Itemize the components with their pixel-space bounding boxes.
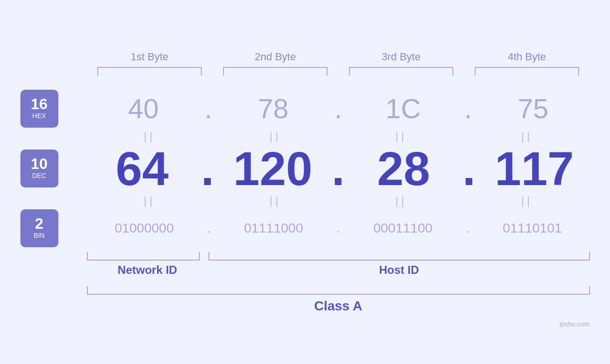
dec-dot-1: .	[201, 145, 214, 192]
hex-values: 40 . 78 . 1C . 75	[87, 93, 590, 124]
eq1-1: ||	[97, 130, 202, 143]
bin-badge: 2 BIN	[20, 209, 58, 247]
eq1-2: ||	[223, 130, 328, 143]
hex-dot-3: .	[464, 93, 472, 124]
eq1-4: ||	[475, 130, 579, 143]
equals-row-1: || || || ||	[87, 130, 590, 143]
dec-val-1: 64	[90, 145, 194, 192]
dec-val-2: 120	[221, 145, 325, 192]
bin-val-1: 01000000	[92, 221, 197, 236]
bracket-gap	[200, 252, 208, 261]
bin-dot-3: .	[466, 221, 469, 236]
bin-row: 2 BIN 01000000 . 01111000 . 00011100 . 0…	[20, 209, 590, 247]
dec-dot-3: .	[462, 145, 476, 192]
byte1-header: 1st Byte	[97, 51, 202, 63]
network-id-label: Network ID	[87, 263, 208, 277]
byte2-header: 2nd Byte	[223, 51, 328, 63]
bin-dot-1: .	[207, 221, 211, 236]
eq2-2: ||	[223, 194, 328, 207]
bracket-top-3	[349, 67, 453, 75]
bracket-network	[87, 252, 200, 261]
dec-badge-number: 10	[31, 156, 48, 171]
dec-badge: 10 DEC	[20, 149, 58, 187]
class-bracket	[87, 286, 590, 295]
bracket-top-2	[223, 67, 328, 75]
bracket-top-4	[475, 67, 579, 75]
hex-dot-2: .	[334, 93, 342, 124]
bin-val-2: 01111000	[221, 221, 326, 236]
hex-dot-1: .	[205, 93, 212, 124]
dec-row: 10 DEC 64 . 120 . 28 . 117	[20, 145, 590, 192]
bin-dot-2: .	[337, 221, 340, 236]
equals-row-2: || || || ||	[87, 194, 590, 207]
bracket-top-1	[97, 67, 202, 75]
byte3-header: 3rd Byte	[349, 51, 453, 63]
bracket-host	[208, 252, 590, 261]
dec-values: 64 . 120 . 28 . 117	[87, 145, 590, 192]
hex-val-3: 1C	[351, 93, 455, 124]
dec-badge-label: DEC	[32, 171, 47, 181]
hex-val-4: 75	[481, 93, 585, 124]
bin-badge-label: BIN	[34, 231, 45, 241]
hex-badge: 16 HEX	[20, 90, 58, 128]
dec-dot-2: .	[332, 145, 345, 192]
dec-val-3: 28	[351, 145, 456, 192]
eq2-1: ||	[97, 194, 202, 207]
bin-badge-number: 2	[35, 216, 44, 231]
host-id-label: Host ID	[208, 263, 590, 277]
watermark: ipshu.com	[560, 320, 590, 328]
bin-values: 01000000 . 01111000 . 00011100 . 0111010…	[87, 221, 590, 236]
byte4-header: 4th Byte	[475, 51, 579, 63]
hex-badge-number: 16	[31, 96, 48, 112]
hex-row: 16 HEX 40 . 78 . 1C . 75	[20, 90, 590, 128]
class-label: Class A	[87, 299, 590, 314]
eq2-4: ||	[475, 194, 579, 207]
eq2-3: ||	[349, 194, 453, 207]
hex-badge-label: HEX	[32, 112, 46, 121]
dec-val-4: 117	[482, 145, 587, 192]
bin-val-4: 01110101	[480, 221, 584, 236]
eq1-3: ||	[349, 130, 453, 143]
hex-val-2: 78	[221, 93, 326, 124]
hex-val-1: 40	[91, 93, 196, 124]
bin-val-3: 00011100	[351, 221, 455, 236]
